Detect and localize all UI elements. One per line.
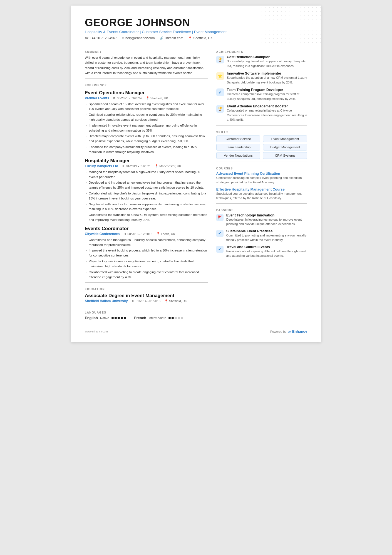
courses-section: COURSES Advanced Event Planning Certific… [216, 167, 307, 201]
skill-3: Team Leadership [216, 144, 260, 151]
location-icon: 📍 [188, 36, 192, 40]
bullet-item: Optimised supplier relationships, reduci… [85, 112, 208, 122]
courses-label: COURSES [216, 167, 307, 170]
right-column: ACHIEVEMENTS 🏆 Cost Reduction Champion S… [216, 45, 307, 320]
bullet-item: Negotiated with vendors for premium supp… [85, 202, 208, 212]
job-3-company: Citywide Conferences [85, 232, 120, 236]
job-3-bullets: Coordinated and managed 50+ industry-spe… [85, 238, 208, 280]
languages-row: English Native French Intermediate [85, 316, 208, 320]
bullet-item: Enhanced the company's sustainability pr… [85, 145, 208, 155]
job-3-date: 🗓 08/2016 - 12/2018 [123, 232, 152, 236]
job-2-location: 📍 Manchester, UK [155, 164, 181, 168]
job-1-title: Event Operations Manager [85, 90, 208, 96]
dot [178, 317, 180, 319]
calendar-icon-edu: 🗓 [132, 299, 135, 303]
left-column: SUMMARY With over 6 years of experience … [85, 45, 208, 320]
education-divider [85, 282, 208, 283]
english-dots [111, 317, 126, 319]
calendar-icon-1: 🗓 [113, 97, 116, 100]
summary-label: SUMMARY [85, 50, 208, 53]
bullet-item: Directed major corporate events with up … [85, 134, 208, 144]
passion-1: 🚩 Event Technology Innovation Deep inter… [216, 213, 307, 226]
passions-section: PASSIONS 🚩 Event Technology Innovation D… [216, 209, 307, 258]
experience-section: EXPERIENCE Event Operations Manager Prem… [85, 84, 208, 280]
dot [168, 317, 171, 319]
skill-6: CRM Systems [263, 152, 307, 159]
bullet-item: Collaborated with marketing to create en… [85, 270, 208, 280]
job-3-location: 📍 Leeds, UK [156, 232, 175, 236]
languages-label: LANGUAGES [85, 311, 208, 314]
bullet-item: Collaborated with top chefs to design be… [85, 191, 208, 201]
dot [124, 317, 126, 319]
skill-4: Budget Management [263, 144, 307, 151]
edu-meta: Sheffield Hallam University 🗓 01/2014 - … [85, 299, 208, 303]
bullet-item: Managed the hospitality team for a high-… [85, 170, 208, 180]
skill-2: Event Management [263, 135, 307, 142]
passion-3-text: Travel and Cultural Events Passionate ab… [226, 245, 307, 258]
summary-text: With over 6 years of experience in event… [85, 55, 208, 76]
job-3-title: Events Coordinator [85, 226, 208, 231]
enhancv-logo-icon: ∞ [288, 329, 291, 334]
checkmark-icon-3: ✔ [216, 246, 224, 253]
skills-section: SKILLS Customer Service Event Management… [216, 131, 307, 159]
dot [115, 317, 117, 319]
linkedin-icon: 🔗 [160, 36, 163, 40]
passions-divider [216, 203, 307, 204]
bullet-item: Played a key role in vendor negotiations… [85, 259, 208, 269]
lang-french: French Intermediate [134, 316, 183, 320]
skill-5: Vendor Negotiations [216, 152, 260, 159]
summary-section: SUMMARY With over 6 years of experience … [85, 50, 208, 76]
email-icon: ✉ [122, 36, 124, 40]
job-3-meta: Citywide Conferences 🗓 08/2016 - 12/2018… [85, 232, 208, 236]
achievement-2: ⭐ Innovative Software Implementer Spearh… [216, 71, 307, 85]
summary-divider [85, 78, 208, 79]
footer-website: www.enhancv.com [85, 330, 108, 333]
course-2: Effective Hospitality Management Course … [216, 188, 307, 201]
skill-1: Customer Service [216, 135, 260, 142]
checkmark-icon-2: ✔ [216, 230, 224, 237]
job-2-title: Hospitality Manager [85, 158, 208, 164]
course-1: Advanced Event Planning Certification Ce… [216, 172, 307, 185]
job-2-date: 🗓 01/2019 - 05/2021 [122, 164, 151, 168]
phone: ☎ +44 20 7123 4567 [85, 36, 117, 40]
job-3: Events Coordinator Citywide Conferences … [85, 226, 208, 280]
job-1: Event Operations Manager Premier Events … [85, 90, 208, 155]
pin-icon-2: 📍 [155, 164, 158, 168]
job-1-date: 🗓 06/2021 - 09/2024 [113, 97, 142, 100]
edu-date: 🗓 01/2014 - 01/2016 [132, 299, 160, 303]
achievement-4: 🏆 Event Attendee Engagement Booster Coll… [216, 104, 307, 122]
bullet-item: Spearheaded a team of 15 staff, overseei… [85, 102, 208, 112]
trophy-icon-1: 🏆 [216, 56, 224, 63]
achievement-1: 🏆 Cost Reduction Champion Successfully n… [216, 55, 307, 68]
edu-school: Sheffield Hallam University [85, 299, 128, 303]
passion-3: ✔ Travel and Cultural Events Passionate … [216, 245, 307, 258]
linkedin: 🔗 linkedin.com [160, 36, 183, 40]
dot [172, 317, 174, 319]
resume-page: GEORGE JOHNSON Hospitality & Events Coor… [71, 6, 321, 342]
job-1-location: 📍 Sheffield, UK [146, 96, 168, 100]
passion-1-text: Event Technology Innovation Deep interes… [226, 213, 307, 226]
calendar-icon-3: 🗓 [123, 232, 126, 236]
job-1-company: Premier Events [85, 96, 109, 100]
achievements-section: ACHIEVEMENTS 🏆 Cost Reduction Champion S… [216, 50, 307, 122]
email: ✉ help@enhancv.com [122, 36, 155, 40]
pin-icon-edu: 📍 [164, 299, 168, 303]
job-2-meta: Luxury Banquets Ltd 🗓 01/2019 - 05/2021 … [85, 164, 208, 168]
bullet-item: Developed and introduced a new employee … [85, 180, 208, 190]
bullet-item: Coordinated and managed 50+ industry-spe… [85, 238, 208, 248]
education-label: EDUCATION [85, 288, 208, 291]
bullet-item: Orchestrated the transition to a new CRM… [85, 213, 208, 223]
location: 📍 Sheffield, UK [188, 36, 213, 40]
footer: www.enhancv.com Powered by ∞ Enhancv [85, 326, 307, 334]
dot [111, 317, 114, 319]
skills-label: SKILLS [216, 131, 307, 134]
dot [118, 317, 120, 319]
achievements-label: ACHIEVEMENTS [216, 50, 307, 53]
dot [181, 317, 183, 319]
experience-label: EXPERIENCE [85, 84, 208, 87]
edu-location: 📍 Sheffield, UK [164, 299, 187, 303]
checkmark-icon-1: ✔ [216, 88, 224, 96]
education-section: EDUCATION Associate Degree in Event Mana… [85, 288, 208, 303]
job-2: Hospitality Manager Luxury Banquets Ltd … [85, 158, 208, 223]
flag-icon: 🚩 [216, 214, 224, 221]
